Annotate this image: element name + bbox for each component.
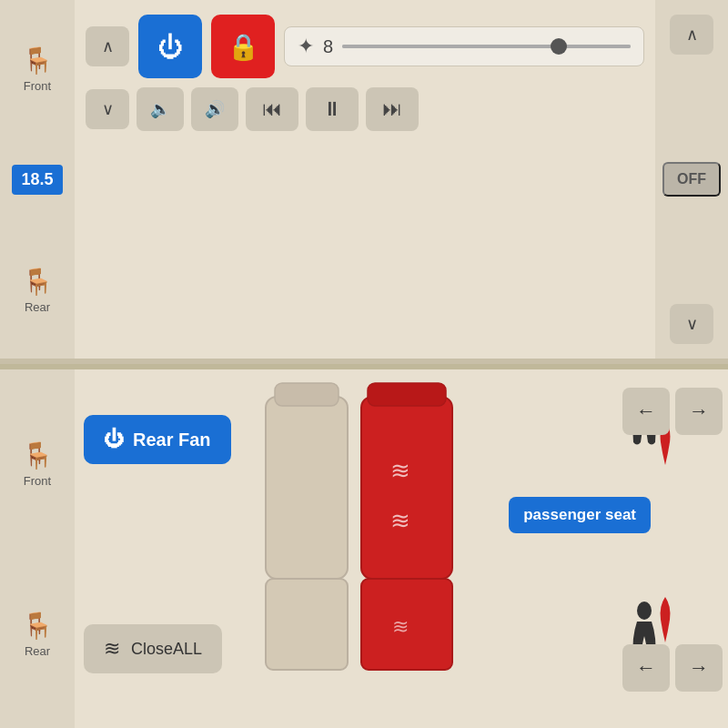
svg-rect-0: [266, 397, 348, 579]
svg-rect-2: [361, 397, 452, 579]
svg-text:≋: ≋: [390, 507, 410, 534]
right-down-arrow-button[interactable]: ∨: [670, 304, 713, 344]
prev-button[interactable]: ⏮: [246, 87, 298, 131]
vol-high-icon: 🔊: [205, 99, 225, 119]
vol-low-button[interactable]: 🔈: [136, 87, 184, 131]
top-right-arrow-button[interactable]: →: [675, 388, 723, 435]
rear-fan-power-icon: ⏻: [104, 428, 124, 451]
right-arrow-icon-top: →: [689, 399, 709, 423]
right-up-arrow-button[interactable]: ∧: [670, 15, 713, 55]
left-arrow-icon-bottom: ←: [636, 656, 656, 680]
left-sidebar-bottom: 🪑 Front 🪑 Rear: [0, 369, 75, 728]
svg-rect-7: [275, 383, 339, 406]
fan-slider-track: [342, 45, 631, 48]
right-sidebar-top: ∧ OFF ∨: [655, 0, 728, 359]
close-all-button[interactable]: ≋ CloseALL: [84, 624, 222, 673]
next-icon: ⏭: [382, 97, 402, 121]
power-button[interactable]: ⏻: [138, 15, 202, 78]
temperature-badge[interactable]: 18.5: [12, 165, 62, 195]
prev-icon: ⏮: [262, 97, 282, 121]
right-arrow-icon-bottom: →: [689, 656, 709, 680]
rear-seat-icon-bottom: 🪑: [22, 611, 54, 641]
bottom-panel: 🪑 Front 🪑 Rear ≋ ≋ ≋: [0, 369, 728, 728]
rear-seat-label: Rear: [25, 300, 50, 314]
arrow-cluster-bottom: ← →: [622, 644, 723, 692]
rear-seat-section: 🪑 Rear: [22, 267, 54, 314]
play-pause-button[interactable]: ⏸: [306, 87, 359, 131]
svg-point-10: [637, 602, 652, 620]
front-seat-label-bottom: Front: [24, 474, 51, 488]
vol-high-button[interactable]: 🔊: [191, 87, 238, 131]
front-seat-section-bottom: 🪑 Front: [22, 440, 54, 488]
svg-rect-8: [368, 383, 446, 406]
top-panel: 🪑 Front 18.5 🪑 Rear ∧ ⏻ 🔒 ✦ 8: [0, 0, 728, 364]
vol-low-icon: 🔈: [150, 99, 170, 119]
up-arrow-button[interactable]: ∧: [86, 26, 129, 66]
passenger-seat-label: passenger seat: [523, 506, 636, 523]
top-controls-row: ∧ ⏻ 🔒 ✦ 8: [86, 15, 644, 78]
down-arrow-button[interactable]: ∨: [86, 89, 129, 129]
front-seat-icon: 🪑: [22, 46, 54, 76]
rear-fan-label: Rear Fan: [133, 430, 211, 450]
media-controls-row: ∨ 🔈 🔊 ⏮ ⏸ ⏭: [86, 87, 644, 131]
rear-fan-button[interactable]: ⏻ Rear Fan: [84, 415, 231, 464]
rear-seat-section-bottom: 🪑 Rear: [22, 611, 54, 658]
close-all-label: CloseALL: [131, 640, 202, 659]
bottom-content-area: ≋ ≋ ≋ ⏻ Rear Fan ≋ CloseALL passenger se…: [75, 369, 728, 728]
front-seat-label: Front: [24, 79, 51, 93]
top-left-arrow-button[interactable]: ←: [622, 388, 670, 435]
left-arrow-icon-top: ←: [636, 399, 656, 423]
fan-slider[interactable]: [342, 45, 631, 48]
rear-seat-icon: 🪑: [22, 267, 54, 297]
rear-seat-label-bottom: Rear: [25, 644, 50, 658]
heat-icon: ≋: [104, 637, 120, 661]
lock-icon: 🔒: [228, 32, 259, 62]
passenger-seat-badge[interactable]: passenger seat: [509, 497, 651, 533]
fan-slider-thumb[interactable]: [551, 38, 567, 55]
arrow-cluster-top: ← →: [622, 388, 723, 435]
seat-visualization: ≋ ≋ ≋: [257, 379, 466, 715]
fan-number: 8: [323, 36, 333, 57]
off-button[interactable]: OFF: [662, 162, 721, 197]
fan-icon: ✦: [298, 35, 314, 58]
bottom-right-arrow-button[interactable]: →: [675, 644, 723, 692]
top-center-controls: ∧ ⏻ 🔒 ✦ 8 ∨ 🔈 🔊: [75, 0, 655, 359]
lock-button[interactable]: 🔒: [211, 15, 275, 78]
bottom-left-arrow-button[interactable]: ←: [622, 644, 670, 692]
next-button[interactable]: ⏭: [366, 87, 419, 131]
svg-text:≋: ≋: [392, 615, 409, 638]
power-icon: ⏻: [157, 32, 183, 62]
red-indicator-bottom: [655, 597, 675, 646]
play-pause-icon: ⏸: [322, 97, 342, 121]
fan-control[interactable]: ✦ 8: [284, 26, 644, 66]
front-seat-icon-bottom: 🪑: [22, 440, 54, 470]
svg-text:≋: ≋: [390, 457, 410, 484]
left-sidebar-top: 🪑 Front 18.5 🪑 Rear: [0, 0, 75, 359]
svg-rect-1: [266, 579, 348, 670]
front-seat-section: 🪑 Front: [22, 46, 54, 93]
